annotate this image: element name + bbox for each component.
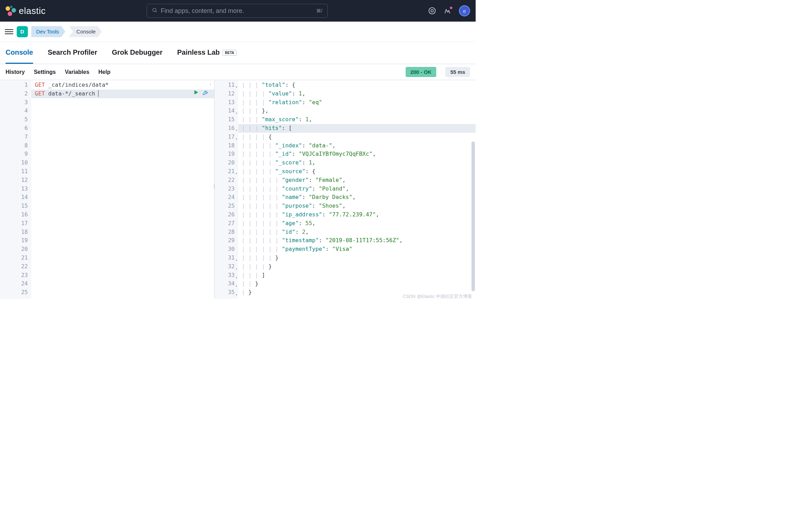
line-gutter: 11▾121314▴1516▾17▾18192021▾2223242526272… bbox=[214, 80, 238, 299]
tab-grok-debugger[interactable]: Grok Debugger bbox=[112, 42, 163, 64]
top-header: elastic Find apps, content, and more. ⌘/… bbox=[0, 0, 476, 22]
collapse-dot-icon[interactable]: • bbox=[210, 82, 211, 87]
console-toolbar: HistorySettingsVariablesHelp 200 - OK 55… bbox=[0, 64, 476, 80]
toolbar-history[interactable]: History bbox=[6, 69, 25, 75]
editor-panes: 1234567891011121314151617181920212223242… bbox=[0, 80, 476, 299]
line-gutter: 1234567891011121314151617181920212223242… bbox=[0, 80, 31, 299]
newsfeed-icon[interactable] bbox=[444, 7, 451, 15]
breadcrumb-dev-tools[interactable]: Dev Tools bbox=[31, 26, 65, 37]
notification-dot bbox=[450, 6, 453, 9]
brand-text: elastic bbox=[19, 6, 46, 16]
app-badge[interactable]: D bbox=[17, 26, 28, 37]
user-avatar[interactable]: e bbox=[459, 5, 470, 16]
brand-logo[interactable]: elastic bbox=[6, 6, 46, 16]
response-code[interactable]: | | | "total": {| | | | "value": 1,| | |… bbox=[238, 80, 476, 299]
watermark-text: CSDN @Elastic 中国社区官方博客 bbox=[403, 293, 472, 300]
row-actions bbox=[193, 90, 209, 97]
global-search[interactable]: Find apps, content, and more. ⌘/ bbox=[147, 4, 328, 18]
tab-console[interactable]: Console bbox=[6, 42, 33, 64]
tabs-row: ConsoleSearch ProfilerGrok DebuggerPainl… bbox=[0, 42, 476, 64]
scrollbar[interactable] bbox=[471, 141, 475, 291]
run-request-icon[interactable] bbox=[193, 90, 199, 97]
status-badge: 200 - OK bbox=[406, 67, 437, 77]
elastic-logo-icon bbox=[6, 6, 16, 16]
svg-point-3 bbox=[431, 9, 433, 12]
search-shortcut: ⌘/ bbox=[316, 8, 322, 14]
breadcrumb-row: D Dev Tools Console bbox=[0, 22, 476, 42]
svg-line-1 bbox=[156, 11, 157, 12]
svg-point-0 bbox=[153, 8, 156, 11]
request-options-icon[interactable] bbox=[202, 90, 209, 97]
nav-menu-icon[interactable] bbox=[5, 29, 13, 34]
svg-point-2 bbox=[429, 8, 435, 14]
tab-painless-lab[interactable]: Painless LabBETA bbox=[177, 42, 237, 64]
breadcrumb-console[interactable]: Console bbox=[69, 26, 102, 37]
toolbar-variables[interactable]: Variables bbox=[65, 69, 89, 75]
time-badge: 55 ms bbox=[445, 67, 470, 77]
toolbar-settings[interactable]: Settings bbox=[34, 69, 56, 75]
toolbar-help[interactable]: Help bbox=[99, 69, 111, 75]
help-icon[interactable] bbox=[428, 7, 436, 15]
search-placeholder: Find apps, content, and more. bbox=[161, 7, 313, 15]
tab-search-profiler[interactable]: Search Profiler bbox=[48, 42, 97, 64]
request-editor[interactable]: 1234567891011121314151617181920212223242… bbox=[0, 80, 214, 299]
request-code[interactable]: GET _cat/indices/data*GET data-*/_search bbox=[31, 80, 214, 299]
response-viewer[interactable]: 11▾121314▴1516▾17▾18192021▾2223242526272… bbox=[214, 80, 476, 299]
search-icon bbox=[152, 7, 157, 14]
